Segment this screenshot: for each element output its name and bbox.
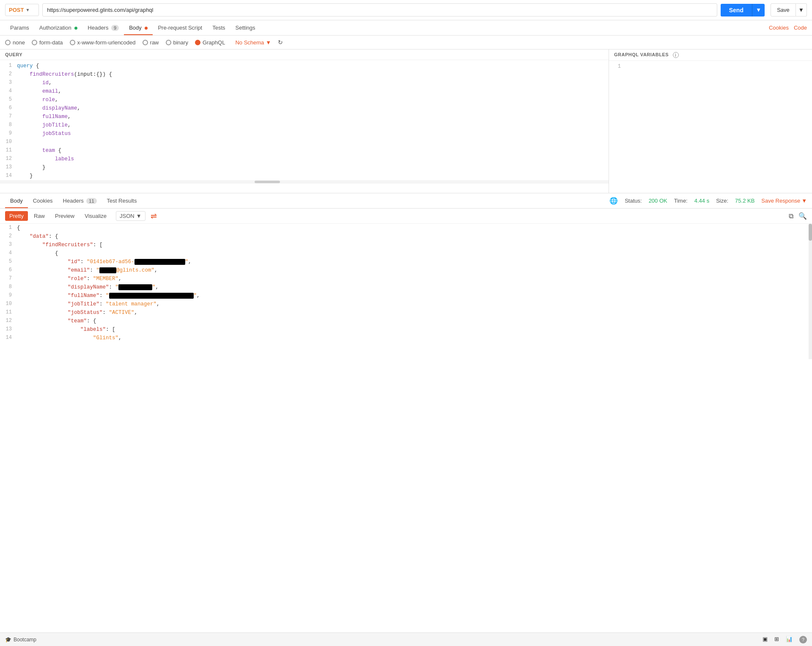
code-line: 5 role, [0,96,609,104]
response-status: 🌐 Status: 200 OK Time: 4.44 s Size: 75.2… [609,193,807,208]
code-line: 1 query { [0,62,609,70]
response-tab-headers[interactable]: Headers 11 [58,193,102,208]
response-tab-cookies[interactable]: Cookies [28,193,58,208]
response-scrollbar-thumb [809,224,812,241]
response-body[interactable]: 1 { 2 "data": { 3 "findRecruiters": [ 4 … [0,224,812,359]
response-tab-body[interactable]: Body [5,193,28,208]
code-line: 11 team { [0,146,609,155]
response-line-7: 7 "role": "MEMBER", [0,275,812,283]
method-label: POST [9,7,24,13]
redacted-display-name [118,284,152,290]
code-line: 10 [0,138,609,146]
code-line: 6 displayName, [0,104,609,113]
horizontal-scrollbar[interactable] [0,180,609,184]
save-dropdown-button[interactable]: ▼ [796,3,807,16]
code-line: 12 labels [0,155,609,163]
radio-form-data[interactable]: form-data [32,39,63,46]
send-button[interactable]: Send [721,4,752,16]
save-btn-group: Save ▼ [771,3,807,16]
status-value: 200 OK [649,198,667,204]
radio-binary[interactable]: binary [166,39,188,46]
save-response-chevron-icon: ▼ [801,198,807,204]
response-tabs-row: Body Cookies Headers 11 Test Results 🌐 S… [0,193,812,209]
request-tabs: Params Authorization Headers 9 Body Pre-… [0,20,812,36]
headers-badge: 9 [111,25,119,31]
redacted-full-name [109,293,194,299]
schema-label: No Schema [235,39,264,46]
authorization-dot [74,27,77,30]
send-dropdown-button[interactable]: ▼ [752,4,765,16]
response-line-11: 11 "jobStatus": "ACTIVE", [0,308,812,317]
radio-circle-binary [166,40,171,45]
radio-graphql[interactable]: GraphQL [195,39,225,46]
query-panel: QUERY 1 query { 2 findRecruiters(input:{… [0,49,609,193]
tab-body[interactable]: Body [124,20,153,35]
code-line: 7 fullName, [0,113,609,121]
method-select[interactable]: POST ▼ [5,4,39,16]
body-type-row: none form-data x-www-form-urlencoded raw… [0,36,812,49]
tab-right-links: Cookies Code [769,25,807,31]
response-line-6: 6 "email": " @glints.com", [0,266,812,275]
redacted-email-user [99,267,116,273]
cookies-link[interactable]: Cookies [769,25,789,31]
code-line: 9 jobStatus [0,129,609,138]
tab-headers[interactable]: Headers 9 [82,20,124,35]
save-button[interactable]: Save [771,3,796,16]
radio-label-none: none [13,39,25,46]
tab-pre-request-script[interactable]: Pre-request Script [153,20,207,35]
send-btn-group: Send ▼ [721,4,765,16]
variables-panel-label: GRAPHQL VARIABLES i [609,49,812,61]
format-pretty-button[interactable]: Pretty [5,211,28,221]
radio-circle-form-data [32,40,37,45]
format-visualize-button[interactable]: Visualize [80,211,111,221]
response-line-10: 10 "jobTitle": "talent manager", [0,300,812,308]
radio-label-binary: binary [173,39,188,46]
method-chevron-icon: ▼ [25,8,30,12]
time-value: 4.44 s [694,198,709,204]
response-line-8: 8 "displayName": " ", [0,283,812,291]
response-line-14: 14 "Glints", [0,334,812,342]
headers-response-badge: 11 [86,198,96,204]
response-line-5: 5 "id": "0141eb67-ad56- ", [0,258,812,266]
body-dot [145,27,148,30]
size-value: 75.2 KB [735,198,754,204]
response-line-3: 3 "findRecruiters": [ [0,241,812,249]
code-line: 2 findRecruiters(input:{}) { [0,70,609,79]
redacted-id [134,259,185,265]
variables-editor[interactable]: 1 [609,61,812,193]
radio-none[interactable]: none [5,39,25,46]
tab-settings[interactable]: Settings [230,20,261,35]
copy-button[interactable]: ⧉ [789,212,793,220]
format-raw-button[interactable]: Raw [30,211,49,221]
code-link[interactable]: Code [794,25,807,31]
response-line-12: 12 "team": { [0,317,812,325]
code-line: 4 email, [0,87,609,96]
query-panel-label: QUERY [0,49,609,60]
editor-area: QUERY 1 query { 2 findRecruiters(input:{… [0,49,812,193]
code-line: 1 [609,63,812,71]
response-line-2: 2 "data": { [0,232,812,241]
format-preview-button[interactable]: Preview [51,211,79,221]
search-button[interactable]: 🔍 [798,212,807,220]
refresh-button[interactable]: ↻ [278,39,283,46]
code-line: 8 jobTitle, [0,121,609,129]
json-format-select[interactable]: JSON ▼ [116,211,145,221]
query-editor[interactable]: 1 query { 2 findRecruiters(input:{}) { 3… [0,60,609,193]
radio-urlencoded[interactable]: x-www-form-urlencoded [70,39,136,46]
radio-circle-urlencoded [70,40,75,45]
tab-tests[interactable]: Tests [207,20,230,35]
response-line-13: 13 "labels": [ [0,325,812,334]
schema-button[interactable]: No Schema ▼ [235,39,271,46]
code-line: 13 } [0,163,609,172]
wrap-button[interactable]: ⇌ [151,212,157,221]
radio-raw[interactable]: raw [143,39,159,46]
url-input[interactable] [42,3,717,16]
tab-params[interactable]: Params [5,20,34,35]
save-response-button[interactable]: Save Response ▼ [761,198,807,204]
tab-authorization[interactable]: Authorization [34,20,83,35]
response-line-9: 9 "fullName": " ", [0,291,812,300]
globe-icon: 🌐 [609,197,618,205]
response-scrollbar[interactable] [809,224,812,359]
response-tab-test-results[interactable]: Test Results [102,193,142,208]
variables-info-icon: i [673,52,679,58]
